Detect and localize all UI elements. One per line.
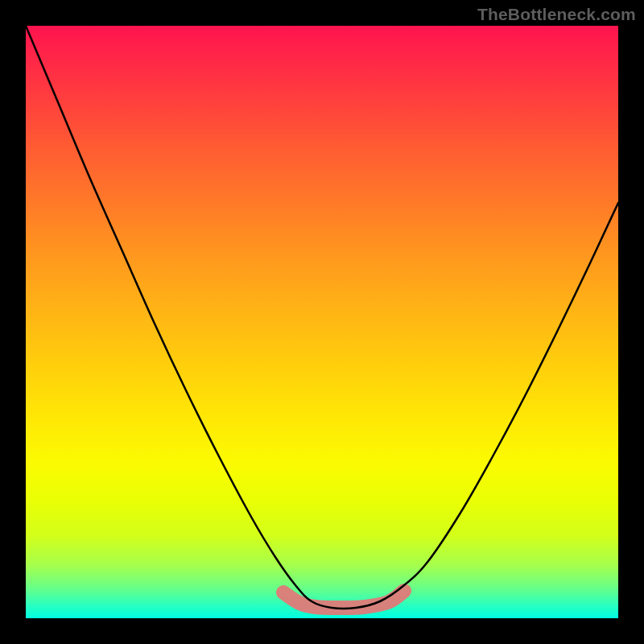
chart-frame: TheBottleneck.com: [0, 0, 644, 644]
plot-area: [26, 26, 618, 618]
watermark-text: TheBottleneck.com: [477, 5, 636, 24]
curve-svg: [26, 26, 618, 618]
curve-line: [26, 26, 618, 609]
